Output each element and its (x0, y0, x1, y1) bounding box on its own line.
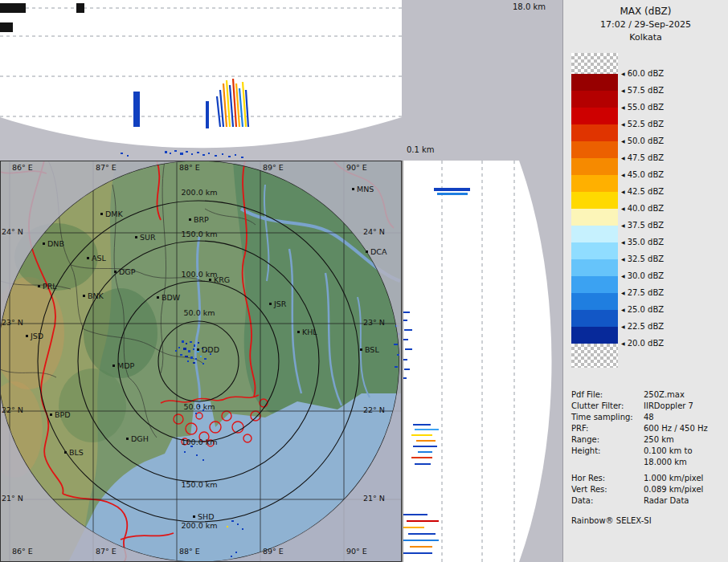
tick-pointer-icon: ◀ (621, 274, 625, 279)
tick-text: 20.0 dBZ (628, 339, 665, 348)
info-value: 18.000 km (644, 458, 687, 466)
legend-tick-label: ◀50.0 dBZ (621, 136, 664, 145)
legend-tick-label: ◀40.0 dBZ (621, 204, 664, 213)
colorbar-color-band (571, 242, 618, 259)
legend-panel: MAX (dBZ) 17:02 / 29-Sep-2025 Kolkata Ra… (562, 0, 728, 562)
product-title: MAX (dBZ) (563, 6, 728, 17)
legend-colorbar (571, 53, 618, 368)
height-axis-max-label: 18.0 km (513, 2, 546, 11)
tick-pointer-icon: ◀ (621, 206, 625, 211)
tick-text: 60.0 dBZ (628, 69, 665, 78)
tick-pointer-icon: ◀ (621, 88, 625, 93)
out-of-range-overlay (0, 161, 402, 562)
colorbar-color-band (571, 74, 618, 91)
colorbar-color-band (571, 276, 618, 293)
colorbar-checker-band (571, 344, 618, 368)
colorbar-color-band (571, 158, 618, 175)
tick-text: 22.5 dBZ (628, 322, 665, 331)
info-value: 250Z.max (644, 390, 685, 399)
tick-text: 27.5 dBZ (628, 288, 665, 297)
legend-tick-label: ◀30.0 dBZ (621, 271, 664, 280)
legend-info-row: Time sampling:48 (571, 413, 727, 422)
tick-pointer-icon: ◀ (621, 240, 625, 245)
info-value: 48 (644, 413, 654, 422)
legend-tick-label: ◀27.5 dBZ (621, 288, 664, 297)
info-value: 250 km (644, 435, 674, 444)
legend-tick-label: ◀20.0 dBZ (621, 339, 664, 348)
product-datetime: 17:02 / 29-Sep-2025 (563, 19, 728, 30)
legend-tick-label: ◀57.5 dBZ (621, 86, 664, 95)
info-value: 1.000 km/pixel (644, 474, 703, 483)
top-height-projection-panel (0, 0, 402, 161)
side-height-projection-panel (402, 161, 562, 562)
colorbar-color-band (571, 259, 618, 276)
software-name: Rainbow® SELEX-SI (571, 516, 652, 525)
height-axis-min-label: 0.1 km (407, 145, 435, 154)
legend-tick-label: ◀60.0 dBZ (621, 69, 664, 78)
tick-pointer-icon: ◀ (621, 156, 625, 161)
info-label: Vert Res: (571, 485, 644, 494)
info-label: Hor Res: (571, 474, 644, 483)
legend-tick-label: ◀45.0 dBZ (621, 170, 664, 179)
tick-text: 37.5 dBZ (628, 221, 665, 230)
tick-text: 55.0 dBZ (628, 103, 665, 112)
colorbar-color-band (571, 141, 618, 158)
colorbar-color-band (571, 192, 618, 209)
tick-text: 32.5 dBZ (628, 255, 665, 263)
info-value: 0.089 km/pixel (644, 485, 703, 494)
tick-text: 47.5 dBZ (628, 153, 665, 162)
info-label: Time sampling: (571, 413, 644, 422)
tick-pointer-icon: ◀ (621, 223, 625, 228)
legend-info-row: Hor Res:1.000 km/pixel (571, 474, 727, 483)
legend-tick-label: ◀22.5 dBZ (621, 322, 664, 331)
colorbar-color-band (571, 108, 618, 124)
info-value: IIRDoppler 7 (644, 401, 693, 410)
colorbar-color-band (571, 226, 618, 242)
tick-pointer-icon: ◀ (621, 324, 625, 329)
tick-text: 35.0 dBZ (628, 238, 665, 246)
info-value: Radar Data (644, 496, 689, 505)
legend-info-row: PRF:600 Hz / 450 Hz (571, 424, 727, 433)
colorbar-color-band (571, 91, 618, 108)
colorbar-color-band (571, 175, 618, 192)
legend-tick-label: ◀42.5 dBZ (621, 187, 664, 196)
legend-tick-label: ◀47.5 dBZ (621, 153, 664, 162)
tick-pointer-icon: ◀ (621, 291, 625, 295)
legend-tick-label: ◀55.0 dBZ (621, 103, 664, 112)
tick-pointer-icon: ◀ (621, 257, 625, 262)
info-label: Height: (571, 446, 644, 455)
map-panel: DMKBRPMNSSURDNBASLDGPDCAKRGPRLBNKBDWJSRK… (0, 161, 402, 562)
axis-corner-area: 18.0 km 0.1 km (402, 0, 562, 161)
tick-text: 52.5 dBZ (628, 120, 665, 128)
legend-tick-label: ◀52.5 dBZ (621, 120, 664, 128)
tick-pointer-icon: ◀ (621, 341, 625, 346)
tick-text: 25.0 dBZ (628, 305, 665, 314)
colorbar-color-band (571, 310, 618, 327)
tick-text: 40.0 dBZ (628, 204, 665, 213)
tick-pointer-icon: ◀ (621, 307, 625, 312)
tick-pointer-icon: ◀ (621, 139, 625, 144)
legend-info-row: Data:Radar Data (571, 496, 727, 505)
info-label: PRF: (571, 424, 644, 433)
tick-text: 45.0 dBZ (628, 170, 665, 179)
legend-info-row: Vert Res:0.089 km/pixel (571, 485, 727, 494)
colorbar-checker-band (571, 53, 618, 74)
tick-pointer-icon: ◀ (621, 71, 625, 76)
tick-pointer-icon: ◀ (621, 189, 625, 194)
legend-tick-label: ◀35.0 dBZ (621, 238, 664, 246)
info-label: Pdf File: (571, 390, 644, 399)
top-projection-graphic (0, 0, 402, 161)
tick-pointer-icon: ◀ (621, 105, 625, 110)
side-projection-graphic (402, 161, 562, 562)
tick-pointer-icon: ◀ (621, 122, 625, 127)
colorbar-color-band (571, 293, 618, 310)
tick-pointer-icon: ◀ (621, 173, 625, 177)
radar-display: 18.0 km 0.1 km (0, 0, 728, 562)
legend-info-row: Pdf File:250Z.max (571, 390, 727, 399)
colorbar-color-band (571, 124, 618, 141)
tick-text: 50.0 dBZ (628, 136, 665, 145)
map-graphic (0, 161, 402, 562)
legend-info-row: Height:0.100 km to (571, 446, 727, 455)
tick-text: 42.5 dBZ (628, 187, 665, 196)
info-label: Range: (571, 435, 644, 444)
